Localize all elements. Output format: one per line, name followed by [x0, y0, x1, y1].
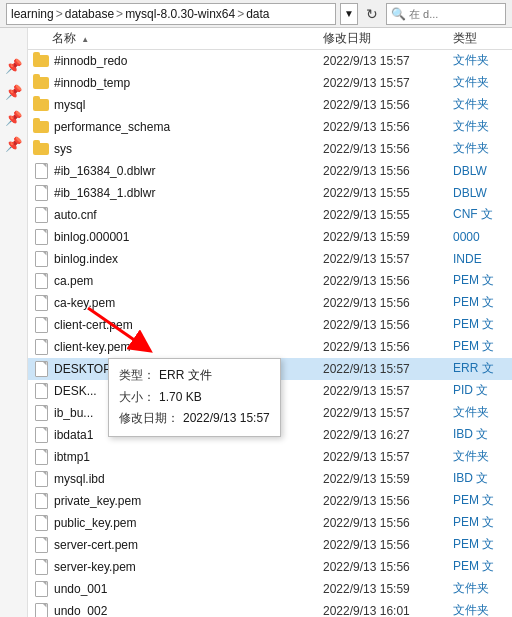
- file-date: 2022/9/13 15:57: [323, 450, 453, 464]
- file-type: IBD 文: [453, 470, 508, 487]
- folder-icon: [32, 75, 50, 91]
- file-name: binlog.000001: [54, 230, 323, 244]
- file-name: client-key.pem: [54, 340, 323, 354]
- file-date: 2022/9/13 15:56: [323, 98, 453, 112]
- file-date: 2022/9/13 15:56: [323, 274, 453, 288]
- file-type: DBLW: [453, 186, 508, 200]
- file-type: 文件夹: [453, 74, 508, 91]
- search-box[interactable]: 🔍: [386, 3, 506, 25]
- table-row[interactable]: mysql2022/9/13 15:56文件夹: [28, 94, 512, 116]
- sort-arrow: ▲: [81, 35, 89, 44]
- file-icon: [32, 581, 50, 597]
- file-icon: [32, 317, 50, 333]
- table-row[interactable]: undo_0022022/9/13 16:01文件夹: [28, 600, 512, 617]
- breadcrumb-sep-2: >: [116, 7, 123, 21]
- column-headers: 名称 ▲ 修改日期 类型: [28, 28, 512, 50]
- refresh-button[interactable]: ↻: [362, 4, 382, 24]
- file-type: ERR 文: [453, 360, 508, 377]
- table-row[interactable]: undo_0012022/9/13 15:59文件夹: [28, 578, 512, 600]
- search-input[interactable]: [409, 8, 499, 20]
- file-name: mysql: [54, 98, 323, 112]
- sidebar-pin-2[interactable]: 📌: [6, 84, 22, 100]
- file-icon: [32, 295, 50, 311]
- table-row[interactable]: server-cert.pem2022/9/13 15:56PEM 文: [28, 534, 512, 556]
- file-name: undo_002: [54, 604, 323, 618]
- table-row[interactable]: public_key.pem2022/9/13 15:56PEM 文: [28, 512, 512, 534]
- tooltip-size-row: 大小： 1.70 KB: [119, 387, 270, 409]
- table-row[interactable]: #innodb_redo2022/9/13 15:57文件夹: [28, 50, 512, 72]
- file-icon: [32, 559, 50, 575]
- file-type: IBD 文: [453, 426, 508, 443]
- file-date: 2022/9/13 15:56: [323, 164, 453, 178]
- file-name: #innodb_temp: [54, 76, 323, 90]
- file-name: undo_001: [54, 582, 323, 596]
- table-row[interactable]: performance_schema2022/9/13 15:56文件夹: [28, 116, 512, 138]
- tooltip-date-value: 2022/9/13 15:57: [183, 408, 270, 430]
- file-type: 文件夹: [453, 52, 508, 69]
- breadcrumb-database[interactable]: database: [65, 7, 114, 21]
- table-row[interactable]: #innodb_temp2022/9/13 15:57文件夹: [28, 72, 512, 94]
- table-row[interactable]: sys2022/9/13 15:56文件夹: [28, 138, 512, 160]
- file-date: 2022/9/13 15:56: [323, 516, 453, 530]
- file-name: server-key.pem: [54, 560, 323, 574]
- table-row[interactable]: client-cert.pem2022/9/13 15:56PEM 文: [28, 314, 512, 336]
- file-date: 2022/9/13 15:56: [323, 120, 453, 134]
- address-bar: learning > database > mysql-8.0.30-winx6…: [0, 0, 512, 28]
- table-row[interactable]: client-key.pem2022/9/13 15:56PEM 文: [28, 336, 512, 358]
- file-type: PID 文: [453, 382, 508, 399]
- file-name: #ib_16384_1.dblwr: [54, 186, 323, 200]
- file-type: 文件夹: [453, 96, 508, 113]
- table-row[interactable]: binlog.index2022/9/13 15:57INDE: [28, 248, 512, 270]
- tooltip-type-label: 类型：: [119, 365, 155, 387]
- breadcrumb-dropdown[interactable]: ▼: [340, 3, 358, 25]
- col-header-type[interactable]: 类型: [453, 30, 508, 47]
- file-type: PEM 文: [453, 294, 508, 311]
- table-row[interactable]: ibtmp12022/9/13 15:57文件夹: [28, 446, 512, 468]
- file-date: 2022/9/13 16:01: [323, 604, 453, 618]
- table-row[interactable]: binlog.0000012022/9/13 15:590000: [28, 226, 512, 248]
- table-row[interactable]: private_key.pem2022/9/13 15:56PEM 文: [28, 490, 512, 512]
- file-icon: [32, 405, 50, 421]
- file-icon: [32, 471, 50, 487]
- file-name: auto.cnf: [54, 208, 323, 222]
- file-type: PEM 文: [453, 558, 508, 575]
- breadcrumb-mysql[interactable]: mysql-8.0.30-winx64: [125, 7, 235, 21]
- table-row[interactable]: mysql.ibd2022/9/13 15:59IBD 文: [28, 468, 512, 490]
- file-icon: [32, 427, 50, 443]
- search-icon: 🔍: [391, 7, 406, 21]
- file-date: 2022/9/13 15:56: [323, 318, 453, 332]
- file-type: PEM 文: [453, 492, 508, 509]
- file-type: 文件夹: [453, 602, 508, 617]
- file-tooltip: 类型： ERR 文件 大小： 1.70 KB 修改日期： 2022/9/13 1…: [108, 358, 281, 437]
- file-date: 2022/9/13 15:55: [323, 208, 453, 222]
- table-row[interactable]: ca-key.pem2022/9/13 15:56PEM 文: [28, 292, 512, 314]
- file-name: performance_schema: [54, 120, 323, 134]
- tooltip-type-value: ERR 文件: [159, 365, 212, 387]
- file-icon: [32, 185, 50, 201]
- table-row[interactable]: #ib_16384_0.dblwr2022/9/13 15:56DBLW: [28, 160, 512, 182]
- table-row[interactable]: auto.cnf2022/9/13 15:55CNF 文: [28, 204, 512, 226]
- table-row[interactable]: #ib_16384_1.dblwr2022/9/13 15:55DBLW: [28, 182, 512, 204]
- col-header-date[interactable]: 修改日期: [323, 30, 453, 47]
- tooltip-size-value: 1.70 KB: [159, 387, 202, 409]
- breadcrumb-sep-1: >: [56, 7, 63, 21]
- breadcrumb-learning[interactable]: learning: [11, 7, 54, 21]
- main-area: 📌 📌 📌 📌 名称 ▲ 修改日期 类型 #innodb_redo2022/9/…: [0, 28, 512, 617]
- table-row[interactable]: server-key.pem2022/9/13 15:56PEM 文: [28, 556, 512, 578]
- file-name: #innodb_redo: [54, 54, 323, 68]
- table-row[interactable]: ca.pem2022/9/13 15:56PEM 文: [28, 270, 512, 292]
- folder-icon: [32, 141, 50, 157]
- col-header-name[interactable]: 名称 ▲: [32, 30, 323, 47]
- file-type: 文件夹: [453, 448, 508, 465]
- folder-icon: [32, 119, 50, 135]
- file-icon: [32, 251, 50, 267]
- file-date: 2022/9/13 15:57: [323, 54, 453, 68]
- file-type: 文件夹: [453, 140, 508, 157]
- file-icon: [32, 449, 50, 465]
- file-type: CNF 文: [453, 206, 508, 223]
- breadcrumb[interactable]: learning > database > mysql-8.0.30-winx6…: [6, 3, 336, 25]
- file-date: 2022/9/13 15:57: [323, 252, 453, 266]
- sidebar-pin-1[interactable]: 📌: [6, 58, 22, 74]
- sidebar-pin-4[interactable]: 📌: [6, 136, 22, 152]
- sidebar-pin-3[interactable]: 📌: [6, 110, 22, 126]
